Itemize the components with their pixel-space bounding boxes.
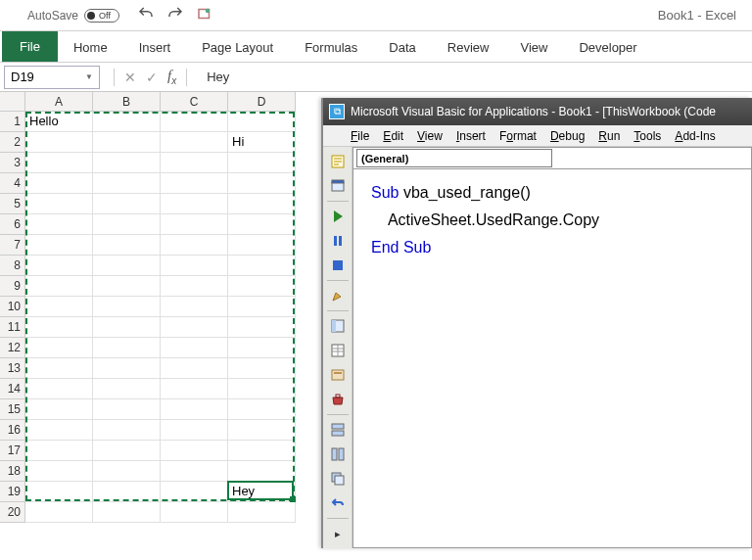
design-mode-icon[interactable] (327, 285, 349, 306)
cell[interactable] (228, 235, 296, 256)
vba-menu-file[interactable]: File (345, 127, 375, 145)
cell[interactable] (161, 173, 228, 194)
cell[interactable] (161, 482, 228, 502)
autosave-toggle[interactable]: AutoSave Off (27, 9, 119, 23)
row-header[interactable]: 12 (0, 338, 25, 358)
cell[interactable] (93, 358, 161, 379)
tile-vertical-icon[interactable] (327, 443, 349, 465)
cell[interactable] (228, 461, 296, 482)
cell[interactable] (93, 153, 161, 173)
cell[interactable] (93, 276, 161, 297)
cell[interactable] (228, 441, 296, 461)
cell[interactable] (93, 379, 161, 399)
cell[interactable] (93, 173, 161, 194)
cell[interactable] (161, 235, 228, 256)
row-header[interactable]: 14 (0, 379, 25, 399)
cell[interactable] (161, 420, 228, 441)
name-box[interactable]: D19 ▼ (4, 66, 100, 89)
tab-review[interactable]: Review (432, 33, 505, 62)
cell[interactable]: Hi (228, 132, 296, 153)
row-header[interactable]: 6 (0, 214, 25, 235)
tab-page-layout[interactable]: Page Layout (186, 33, 289, 62)
cell[interactable]: Hey (228, 482, 296, 502)
tab-data[interactable]: Data (373, 33, 431, 62)
cell[interactable] (93, 214, 161, 235)
vba-menu-view[interactable]: View (411, 127, 448, 145)
cell[interactable] (93, 297, 161, 317)
cell[interactable] (161, 317, 228, 338)
fx-icon[interactable]: fx (167, 68, 176, 86)
more-icon[interactable]: ▸ (327, 523, 349, 544)
cell[interactable] (161, 441, 228, 461)
run-icon[interactable] (327, 206, 349, 227)
tab-developer[interactable]: Developer (563, 33, 652, 62)
row-header[interactable]: 16 (0, 420, 25, 441)
cell[interactable] (161, 358, 228, 379)
tab-file[interactable]: File (2, 31, 58, 62)
cell[interactable] (161, 276, 228, 297)
vba-editor-window[interactable]: ⧉ Microsoft Visual Basic for Application… (321, 98, 752, 548)
tab-home[interactable]: Home (58, 33, 123, 62)
cancel-icon[interactable]: ✕ (124, 70, 136, 85)
row-header[interactable]: 17 (0, 441, 25, 461)
cell[interactable] (228, 317, 296, 338)
cascade-icon[interactable] (327, 468, 349, 490)
cell[interactable] (93, 132, 161, 153)
confirm-icon[interactable]: ✓ (146, 70, 158, 85)
cell[interactable] (25, 276, 93, 297)
cell[interactable] (161, 132, 228, 153)
cell[interactable] (25, 297, 93, 317)
column-header[interactable]: D (228, 92, 296, 112)
row-header[interactable]: 5 (0, 194, 25, 214)
cell[interactable] (25, 358, 93, 379)
cell[interactable] (25, 173, 93, 194)
cell[interactable] (228, 173, 296, 194)
cell[interactable] (93, 441, 161, 461)
cell[interactable] (25, 379, 93, 399)
cell[interactable] (228, 399, 296, 420)
addin-icon[interactable] (196, 5, 213, 25)
cell[interactable] (25, 256, 93, 276)
cell[interactable] (93, 317, 161, 338)
cell[interactable] (25, 132, 93, 153)
cell[interactable] (93, 338, 161, 358)
cell[interactable] (161, 379, 228, 399)
view-code-icon[interactable] (327, 151, 349, 172)
vba-object-dropdown[interactable]: (General) (356, 149, 552, 167)
cell[interactable] (25, 399, 93, 420)
row-header[interactable]: 9 (0, 276, 25, 297)
cell[interactable] (25, 441, 93, 461)
formula-input[interactable]: Hey (197, 70, 229, 84)
row-header[interactable]: 19 (0, 482, 25, 502)
cell[interactable]: Hello (25, 112, 93, 132)
cell[interactable] (93, 194, 161, 214)
tab-formulas[interactable]: Formulas (289, 33, 373, 62)
cell[interactable] (228, 502, 296, 523)
row-header[interactable]: 11 (0, 317, 25, 338)
cell[interactable] (161, 214, 228, 235)
cell[interactable] (93, 420, 161, 441)
cell[interactable] (228, 276, 296, 297)
cell[interactable] (228, 194, 296, 214)
cell[interactable] (93, 399, 161, 420)
cell[interactable] (161, 297, 228, 317)
cell[interactable] (161, 338, 228, 358)
cell[interactable] (25, 153, 93, 173)
vba-menu-format[interactable]: Format (494, 127, 542, 145)
vba-menu-edit[interactable]: Edit (377, 127, 409, 145)
cell[interactable] (161, 153, 228, 173)
vba-code-editor[interactable]: Sub vba_used_range() ActiveSheet.UsedRan… (353, 169, 751, 547)
redo-icon[interactable] (166, 5, 184, 25)
cell[interactable] (228, 214, 296, 235)
cell[interactable] (25, 420, 93, 441)
vba-menu-insert[interactable]: Insert (450, 127, 492, 145)
row-header[interactable]: 8 (0, 256, 25, 276)
view-object-icon[interactable] (327, 175, 349, 197)
cell[interactable] (25, 461, 93, 482)
column-header[interactable]: A (25, 92, 93, 112)
row-header[interactable]: 15 (0, 399, 25, 420)
undo-icon[interactable] (327, 492, 349, 514)
vba-titlebar[interactable]: ⧉ Microsoft Visual Basic for Application… (323, 98, 752, 125)
column-header[interactable]: C (161, 92, 228, 112)
tab-insert[interactable]: Insert (123, 33, 187, 62)
